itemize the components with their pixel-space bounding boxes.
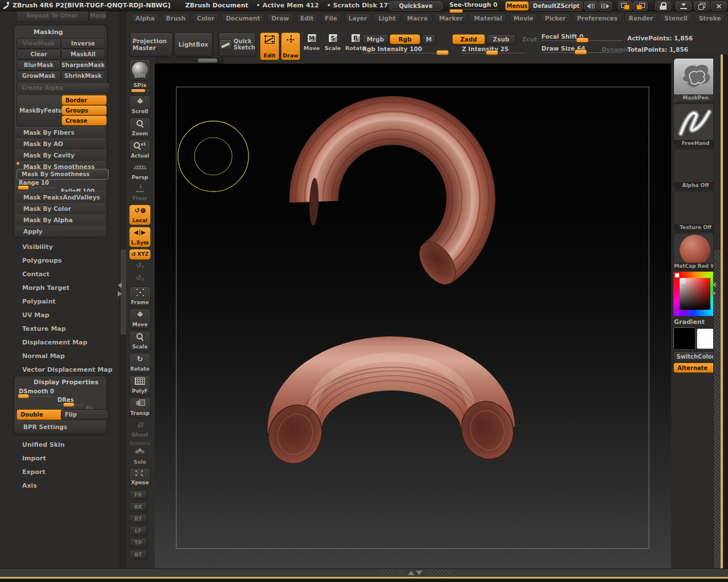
divider-right-button[interactable] [633,1,648,11]
scrub-forward-button[interactable] [598,1,612,11]
menu-item[interactable]: Layer [344,13,372,23]
menu-item[interactable]: Picker [540,13,570,23]
canvas-viewport[interactable] [155,64,671,568]
transp-button[interactable]: Transp [129,397,151,418]
section-header[interactable]: Polygroups [14,254,116,268]
section-header[interactable]: Vector Displacement Map [14,363,116,377]
menu-item[interactable]: Marker [435,13,468,23]
mask-by-row[interactable]: Mask By Fibers [15,127,106,138]
canvas-scale-button[interactable]: Scale [129,331,151,351]
alpha-thumbnail[interactable]: Alpha Off [673,149,718,190]
view-button[interactable]: LF [129,526,147,535]
mrgb-button[interactable]: Mrgb [362,34,388,44]
section-header[interactable]: Axis [14,479,116,493]
maskall-button[interactable]: MaskAll [61,49,105,60]
groups-button[interactable]: Groups [61,105,107,115]
range-slider[interactable]: Range 10 [18,180,55,189]
dres-thumb[interactable] [63,402,75,407]
bottom-tray-divider[interactable] [0,568,728,577]
view-button[interactable]: RT [129,514,147,523]
section-header[interactable]: Export [14,465,116,479]
move-mode-button[interactable]: MMove [303,34,320,51]
mask-by-feature-button[interactable]: MaskByFeature [16,94,63,127]
menu-item[interactable]: Edit [296,13,318,23]
ghost-button[interactable]: ØGhost [129,419,151,439]
menu-item[interactable]: Material [470,13,507,23]
create-alpha-button[interactable]: Create Alpha [16,82,110,93]
menus-button[interactable]: Menus [505,1,529,11]
menu-item[interactable]: Preferences [573,13,622,23]
canvas-rotate-button[interactable]: ↻Rotate [129,353,151,373]
border-button[interactable]: Border [61,95,107,105]
section-header[interactable]: UV Map [14,309,116,322]
restore-button[interactable] [694,1,710,11]
menu-item[interactable]: Brush [162,13,190,23]
zoom-button[interactable]: Zoom [129,118,151,138]
mask-by-row[interactable]: Mask PeaksAndValleys [15,192,106,203]
minimize-button[interactable] [676,1,692,11]
menu-item[interactable]: Document [221,13,264,23]
view-button[interactable]: FR [129,490,147,500]
texture-thumbnail[interactable]: Texture Off [673,191,718,232]
menu-item[interactable]: Draw [267,13,293,23]
section-header[interactable]: Morph Target [14,281,116,295]
menu-item[interactable]: Alpha [131,13,159,23]
section-header[interactable]: Displacement Map [14,336,116,350]
solo-button[interactable]: Solo [129,447,151,466]
switchcolor-button[interactable]: SwitchColor [673,351,718,361]
dres-slider[interactable]: DRes [56,397,82,406]
brush-thumbnail[interactable]: MaskPen [673,58,718,102]
main-color-swatch[interactable] [673,327,696,350]
gradient-toggle[interactable]: Gradient [674,318,705,326]
bpr-settings-header[interactable]: BPR Settings [15,421,106,433]
spix-slider[interactable] [130,88,151,93]
mask-by-row[interactable]: Mask By Alpha [15,214,106,226]
section-header[interactable]: Polypaint [14,295,116,309]
sv-square[interactable] [680,278,710,310]
bpr-render-button[interactable]: BPR [129,59,151,81]
right-tray-scrollbar[interactable] [713,55,721,568]
view-button[interactable]: TP [129,538,147,547]
draw-size-thumb[interactable] [574,49,587,55]
menu-item[interactable]: Movie [509,13,538,23]
canvas-h-scrollbar[interactable] [156,57,224,64]
z-intensity-thumb[interactable] [486,50,498,55]
viewmask-button[interactable]: ViewMask [16,38,61,49]
zadd-button[interactable]: Zadd [452,34,485,44]
rotate-y-icon[interactable]: ↺y [129,274,151,285]
projection-master-button[interactable]: Projection Master [130,32,173,56]
quick-sketch-button[interactable]: Quick Sketch [218,32,256,56]
blurmask-button[interactable]: BlurMask [16,60,61,70]
clear-button[interactable]: Clear [16,49,61,60]
growmask-button[interactable]: GrowMask [16,70,61,81]
section-header[interactable]: Contact [14,268,116,281]
m-button[interactable]: M [422,34,436,44]
z-intensity-slider[interactable]: Z Intensity 25 [462,45,524,55]
shrinkmask-button[interactable]: ShrinkMask [61,70,105,81]
xpose-button[interactable]: ↖↗↙↘ Xpose [129,468,151,487]
lock-button[interactable] [655,1,671,11]
zcut-button[interactable]: Zcut [517,34,542,44]
menu-item[interactable]: Render [624,13,658,23]
scroll-button[interactable]: ↔↕Scroll [129,95,151,116]
lsym-button[interactable]: ◀|▶ L.Sym [129,227,151,247]
local-button[interactable]: ↺ Local [129,205,151,225]
divider-left-button[interactable] [618,1,632,11]
focal-shift-thumb[interactable] [576,38,589,43]
view-button[interactable]: BK [129,502,147,512]
rgb-intensity-thumb[interactable] [436,50,449,55]
right-tray-divider[interactable] [712,282,716,296]
sharpenmask-button[interactable]: SharpenMask [61,60,105,70]
menu-item[interactable]: Color [192,13,219,23]
zsub-button[interactable]: Zsub [486,34,516,44]
edit-button[interactable]: Edit [260,32,279,60]
menu-item[interactable]: Stencil [660,13,692,23]
display-properties-header[interactable]: Display Properties [34,379,98,386]
actual-button[interactable]: x1 Actual [129,140,151,160]
rgb-intensity-slider[interactable]: Rgb Intensity 100 [362,45,448,55]
menu-item[interactable]: Light [374,13,400,23]
menu-item[interactable]: Stroke [694,13,726,23]
section-header[interactable]: Unified Skin [14,438,116,452]
masking-header[interactable]: Masking [34,28,63,36]
draw-button[interactable]: Draw [281,32,300,60]
